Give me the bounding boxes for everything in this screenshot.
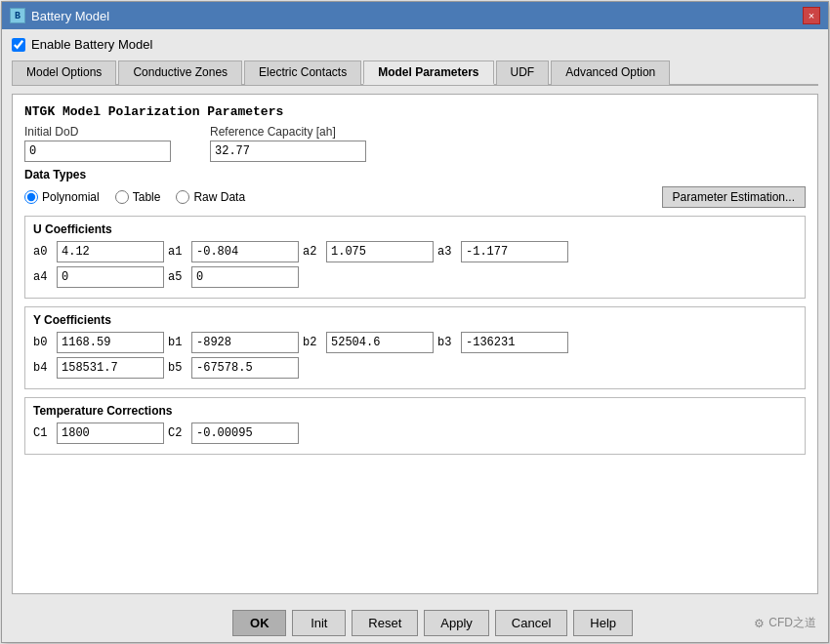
reference-capacity-label: Reference Capacity [ah]: [210, 125, 366, 139]
radio-polynomial[interactable]: Polynomial: [24, 190, 100, 204]
radio-polynomial-label: Polynomial: [42, 190, 100, 204]
initial-dod-label: Initial DoD: [24, 125, 171, 139]
radio-table[interactable]: Table: [115, 190, 161, 204]
tab-model-options[interactable]: Model Options: [12, 60, 116, 85]
ok-button[interactable]: OK: [232, 610, 286, 636]
reference-capacity-group: Reference Capacity [ah]: [210, 125, 366, 162]
top-fields-row: Initial DoD Reference Capacity [ah]: [24, 125, 806, 162]
y-b2-input[interactable]: [326, 332, 434, 353]
tab-electric-contacts[interactable]: Electric Contacts: [244, 60, 361, 85]
u-coefficients-title: U Coefficients: [33, 222, 797, 236]
y-b1-input[interactable]: [191, 332, 299, 353]
apply-button[interactable]: Apply: [424, 610, 489, 636]
y-b2-label: b2: [303, 336, 322, 349]
temp-c2-input[interactable]: [191, 423, 299, 444]
data-types-label: Data Types: [24, 168, 806, 181]
radio-rawdata-label: Raw Data: [193, 190, 245, 204]
radio-rawdata[interactable]: Raw Data: [176, 190, 245, 204]
u-a2-label: a2: [303, 245, 322, 259]
cancel-button[interactable]: Cancel: [495, 610, 567, 636]
radio-polynomial-input[interactable]: [24, 190, 38, 204]
y-b3-label: b3: [437, 336, 457, 349]
u-a4-input[interactable]: [57, 266, 164, 288]
initial-dod-input[interactable]: [24, 141, 171, 162]
u-a1-label: a1: [168, 245, 187, 259]
tab-udf[interactable]: UDF: [496, 60, 550, 85]
temp-coeff-row: C1 C2: [33, 423, 797, 444]
radio-rawdata-input[interactable]: [176, 190, 189, 204]
radio-table-input[interactable]: [115, 190, 129, 204]
y-b0-input[interactable]: [57, 332, 164, 353]
y-b4-input[interactable]: [57, 357, 164, 379]
init-button[interactable]: Init: [292, 610, 346, 636]
u-a2-input[interactable]: [326, 241, 434, 262]
enable-row: Enable Battery Model: [12, 37, 818, 52]
y-b3-input[interactable]: [461, 332, 568, 353]
y-coefficients-section: Y Coefficients b0 b1 b2 b3 b4 b5: [24, 306, 806, 389]
y-b4-label: b4: [33, 361, 53, 375]
y-b0-label: b0: [33, 336, 53, 349]
help-button[interactable]: Help: [573, 610, 633, 636]
close-button[interactable]: ×: [803, 7, 820, 24]
title-bar: B Battery Model ×: [2, 2, 828, 29]
u-coefficients-section: U Coefficients a0 a1 a2 a3 a4 a5: [24, 216, 806, 299]
u-a0-label: a0: [33, 245, 53, 259]
y-coeff-row-0: b0 b1 b2 b3: [33, 332, 797, 353]
y-coefficients-title: Y Coefficients: [33, 313, 797, 327]
parameter-estimation-button[interactable]: Parameter Estimation...: [662, 186, 806, 208]
data-types-radio-row: Polynomial Table Raw Data: [24, 190, 245, 204]
y-coeff-row-1: b4 b5: [33, 357, 797, 379]
watermark: ⚙ CFD之道: [754, 615, 816, 631]
temp-c1-input[interactable]: [57, 423, 164, 444]
u-a3-input[interactable]: [461, 241, 568, 262]
battery-model-window: B Battery Model × Enable Battery Model M…: [1, 1, 829, 643]
window-icon: B: [10, 8, 25, 23]
window-title: Battery Model: [31, 9, 109, 23]
u-a5-label: a5: [168, 270, 187, 284]
watermark-text: CFD之道: [768, 615, 816, 631]
window-body: Enable Battery Model Model Options Condu…: [2, 29, 828, 600]
temp-c1-label: C1: [33, 426, 53, 440]
u-coeff-row-1: a4 a5: [33, 266, 797, 288]
temperature-corrections-title: Temperature Corrections: [33, 404, 797, 418]
u-coeff-row-0: a0 a1 a2 a3: [33, 241, 797, 262]
temperature-corrections-section: Temperature Corrections C1 C2: [24, 397, 806, 455]
u-a3-label: a3: [437, 245, 457, 259]
tabs-bar: Model Options Conductive Zones Electric …: [12, 60, 818, 86]
tab-conductive-zones[interactable]: Conductive Zones: [118, 60, 242, 85]
enable-label: Enable Battery Model: [31, 37, 152, 52]
section-title: NTGK Model Polarization Parameters: [24, 104, 806, 119]
y-b5-label: b5: [168, 361, 187, 375]
reset-button[interactable]: Reset: [352, 610, 418, 636]
reference-capacity-input[interactable]: [210, 141, 366, 162]
bottom-buttons: OK Init Reset Apply Cancel Help: [111, 610, 754, 636]
y-b1-label: b1: [168, 336, 187, 349]
u-a0-input[interactable]: [57, 241, 164, 262]
watermark-icon: ⚙: [754, 617, 765, 630]
enable-checkbox[interactable]: [12, 38, 25, 52]
bottom-bar: OK Init Reset Apply Cancel Help ⚙ CFD之道: [2, 600, 828, 642]
y-b5-input[interactable]: [191, 357, 299, 379]
tab-model-parameters[interactable]: Model Parameters: [363, 60, 493, 85]
tab-advanced-option[interactable]: Advanced Option: [551, 60, 670, 85]
u-a1-input[interactable]: [191, 241, 299, 262]
initial-dod-group: Initial DoD: [24, 125, 171, 162]
u-a4-label: a4: [33, 270, 53, 284]
content-area: NTGK Model Polarization Parameters Initi…: [12, 94, 818, 594]
u-a5-input[interactable]: [191, 266, 299, 288]
radio-table-label: Table: [133, 190, 161, 204]
temp-c2-label: C2: [168, 426, 187, 440]
